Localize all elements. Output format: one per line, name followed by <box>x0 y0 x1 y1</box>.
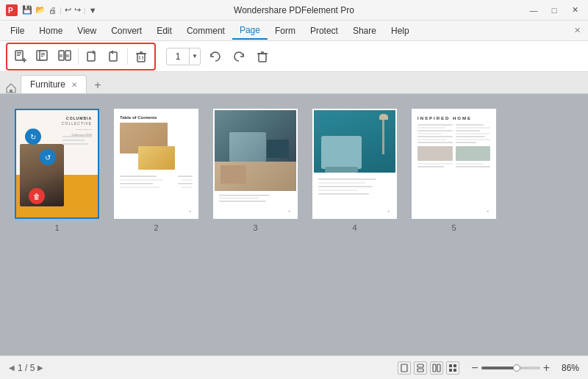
continuous-view-button[interactable] <box>414 361 427 375</box>
add-tab-button[interactable]: + <box>90 77 106 93</box>
page-dropdown-arrow[interactable]: ▼ <box>189 48 200 65</box>
page-1-num: 1 <box>54 223 59 232</box>
single-page-view-button[interactable] <box>398 361 411 375</box>
svg-rect-21 <box>137 54 145 62</box>
extract-page-button[interactable] <box>32 46 53 67</box>
svg-rect-30 <box>401 364 407 372</box>
menu-page[interactable]: Page <box>232 22 268 40</box>
page-tools-group <box>6 43 156 71</box>
print-tb-icon[interactable]: 🖨 <box>49 6 57 15</box>
page-rotate2-overlay[interactable]: ↺ <box>40 149 56 165</box>
home-icon <box>6 83 16 93</box>
zoom-controls: − + 86% <box>471 362 579 374</box>
tab-furniture[interactable]: Furniture ✕ <box>21 75 87 93</box>
svg-rect-37 <box>449 369 452 372</box>
maximize-button[interactable]: □ <box>547 5 562 15</box>
title-bar-right: — □ ✕ <box>526 5 582 15</box>
delete-button[interactable] <box>252 46 273 67</box>
page-thumb-2[interactable]: Table of Contents ● <box>114 109 198 219</box>
main-content-area: COLUMBIA COLLECTIVE ──────── Collection … <box>0 94 588 355</box>
split-page-button[interactable] <box>54 46 75 67</box>
menu-share[interactable]: Share <box>345 23 384 39</box>
svg-rect-26 <box>259 54 266 62</box>
save-tb-icon[interactable]: 💾 <box>22 5 32 15</box>
title-bar: P 💾 📂 🖨 | ↩ ↪ | ▼ Wondershare PDFelement… <box>0 0 588 21</box>
menu-bar: File Home View Convert Edit Comment Page… <box>0 21 588 41</box>
page-1-wrap: COLUMBIA COLLECTIVE ──────── Collection … <box>15 109 99 232</box>
svg-rect-19 <box>87 52 95 61</box>
inspired-header: INSPIRED HOME <box>417 116 490 120</box>
menu-convert[interactable]: Convert <box>104 23 149 39</box>
svg-rect-36 <box>453 364 456 367</box>
tab-close-button[interactable]: ✕ <box>71 81 77 89</box>
page-3-wrap: ● 3 <box>213 109 298 232</box>
page-thumb-3[interactable]: ● <box>213 109 298 219</box>
menu-comment[interactable]: Comment <box>179 23 232 39</box>
redo-tb-icon[interactable]: ↪ <box>74 5 81 15</box>
menu-view[interactable]: View <box>70 23 104 39</box>
svg-rect-4 <box>17 54 21 54</box>
zoom-minus-button[interactable]: − <box>471 362 478 374</box>
zoom-level: 86% <box>553 363 579 373</box>
menu-home[interactable]: Home <box>32 23 70 39</box>
rotate-ccw-button[interactable] <box>104 46 124 67</box>
next-page-arrow[interactable]: ▶ <box>37 364 43 372</box>
svg-rect-33 <box>433 364 436 372</box>
menu-file[interactable]: File <box>3 23 32 39</box>
page-3-num: 3 <box>253 223 257 232</box>
page-thumb-1[interactable]: COLUMBIA COLLECTIVE ──────── Collection … <box>15 109 99 219</box>
open-tb-icon[interactable]: 📂 <box>35 5 46 15</box>
page-number-input[interactable]: 1 <box>167 51 189 62</box>
page-info: 1 / 5 <box>18 363 35 373</box>
page-5-num: 5 <box>451 223 456 232</box>
toc-header: Table of Contents <box>120 115 193 120</box>
rotate-cw-button[interactable] <box>82 46 102 67</box>
svg-rect-12 <box>41 56 43 57</box>
minimize-button[interactable]: — <box>526 5 541 15</box>
svg-rect-29 <box>10 90 12 93</box>
svg-rect-32 <box>417 369 423 372</box>
svg-text:P: P <box>8 7 13 15</box>
page-4-num: 4 <box>352 223 356 232</box>
svg-rect-10 <box>41 53 45 54</box>
quick-access-icon[interactable]: ▼ <box>89 6 97 15</box>
view-mode-icons <box>398 361 459 375</box>
page-5-wrap: INSPIRED HOME <box>412 109 496 232</box>
page-rotate-overlay[interactable]: ↻ <box>25 129 41 145</box>
tab-bar: Furniture ✕ + <box>0 72 588 94</box>
page-number-input-wrap[interactable]: 1 ▼ <box>166 48 201 65</box>
app-icon: P <box>6 4 18 16</box>
zoom-slider[interactable] <box>481 367 540 369</box>
close-button[interactable]: ✕ <box>567 5 582 15</box>
status-bar: ◀ 1 / 5 ▶ − + 86% <box>0 355 588 379</box>
undo-tb-icon[interactable]: ↩ <box>65 5 71 15</box>
prev-page-arrow[interactable]: ◀ <box>9 364 15 372</box>
tab-label: Furniture <box>30 79 65 90</box>
toolbar-right-group <box>205 46 273 67</box>
page-thumb-5[interactable]: INSPIRED HOME <box>412 109 496 219</box>
menu-form[interactable]: Form <box>268 23 303 39</box>
toolbar: 1 ▼ <box>0 41 588 72</box>
zoom-plus-button[interactable]: + <box>543 362 550 374</box>
grid-view-button[interactable] <box>446 361 459 375</box>
page-4-wrap: ● 4 <box>312 109 397 232</box>
svg-rect-11 <box>41 54 45 55</box>
svg-rect-5 <box>17 55 20 56</box>
undo-button[interactable] <box>205 46 226 67</box>
page-thumb-4[interactable]: ● <box>312 109 397 219</box>
menu-help[interactable]: Help <box>384 23 417 39</box>
page-nav: ◀ 1 / 5 ▶ <box>9 363 43 373</box>
redo-button[interactable] <box>229 46 249 67</box>
delete-page-button[interactable] <box>131 46 151 67</box>
svg-rect-9 <box>40 51 47 60</box>
menu-edit[interactable]: Edit <box>149 23 179 39</box>
svg-rect-34 <box>437 364 440 372</box>
page-2-wrap: Table of Contents ● 2 <box>114 109 198 232</box>
help-close-icon[interactable]: ✕ <box>570 26 585 35</box>
window-title: Wondershare PDFelement Pro <box>234 5 354 15</box>
menu-protect[interactable]: Protect <box>303 23 345 39</box>
insert-page-button[interactable] <box>10 46 31 67</box>
two-page-view-button[interactable] <box>430 361 443 375</box>
page-2-num: 2 <box>154 223 158 232</box>
page-delete-overlay[interactable]: 🗑 <box>29 188 45 204</box>
